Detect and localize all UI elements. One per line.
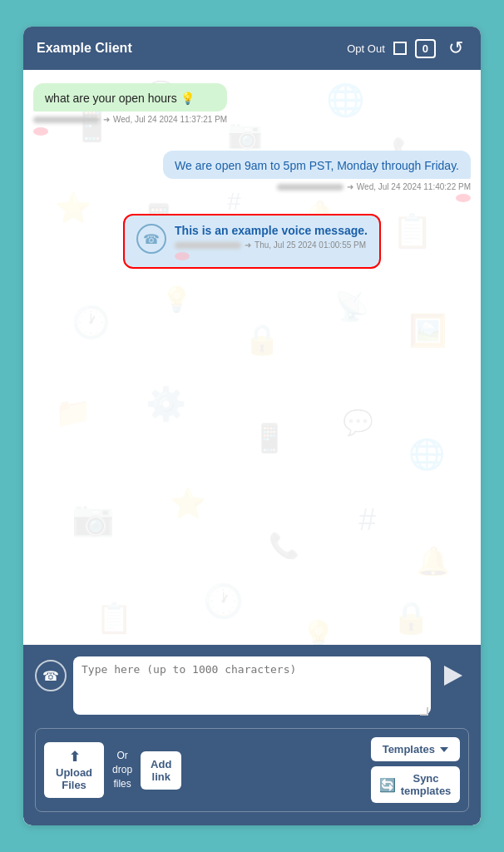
upload-files-button[interactable]: ⬆ UploadFiles [44,742,104,798]
msg-text-2: We are open 9am to 5pm PST, Monday throu… [175,159,459,172]
svg-text:📱: 📱 [252,421,287,455]
chat-window: Example Client Opt Out 0 ↺ 📱 💬 📷 🌐 📞 ⭐ [23,27,481,825]
or-drop-text: Ordropfiles [112,749,132,790]
bubble-incoming-1: what are your open hours 💡 [33,83,227,111]
message-outgoing-2: We are open 9am to 5pm PST, Monday throu… [163,151,471,202]
msg-sender-blurred-2 [277,184,343,191]
sync-templates-button[interactable]: 🔄 Synctemplates [371,766,460,803]
message-count-badge: 0 [415,39,436,58]
svg-text:💡: 💡 [301,618,336,645]
voice-icon: ☎ [136,224,166,254]
text-input-wrap [73,656,431,718]
refresh-icon[interactable]: ↺ [444,37,467,60]
svg-text:💡: 💡 [161,285,192,315]
svg-text:⚙️: ⚙️ [146,384,187,424]
delivered-icon-1 [33,127,48,136]
chat-footer: ☎ ⬆ UploadFiles Ordropfiles Addlink [23,645,481,825]
msg-arrow-2: ➜ [347,182,353,191]
svg-text:📋: 📋 [96,601,133,636]
svg-text:🕐: 🕐 [203,582,245,621]
upload-icon: ⬆ [69,749,80,765]
svg-text:🕐: 🕐 [72,304,111,341]
upload-label: UploadFiles [56,766,92,791]
outer-container: Example Client Opt Out 0 ↺ 📱 💬 📷 🌐 📞 ⭐ [15,18,489,834]
msg-sender-blurred-1 [33,116,100,123]
svg-text:🔒: 🔒 [392,599,431,637]
bubble-outgoing-2: We are open 9am to 5pm PST, Monday throu… [163,151,471,179]
svg-text:📡: 📡 [334,290,369,324]
action-row: ⬆ UploadFiles Ordropfiles Addlink Templa… [35,728,469,812]
header-right: Opt Out 0 ↺ [347,37,467,60]
msg-timestamp-1: Wed, Jul 24 2024 11:37:21 PM [113,115,227,124]
templates-column: Templates 🔄 Synctemplates [371,737,460,803]
msg-text-1: what are your open hours 💡 [45,92,195,105]
svg-text:💬: 💬 [343,408,373,438]
opt-out-checkbox[interactable] [393,42,407,55]
message-voice-3: ☎ This is an example voice message. ➜ Th… [123,214,381,269]
msg-meta-1: ➜ Wed, Jul 24 2024 11:37:21 PM [33,115,227,124]
send-arrow-icon [444,666,462,686]
msg-arrow-3: ➜ [245,240,251,250]
svg-text:⭐: ⭐ [170,486,207,521]
svg-text:🔔: 🔔 [416,544,451,578]
msg-arrow-1: ➜ [103,115,110,124]
svg-text:📷: 📷 [72,498,115,539]
msg-timestamp-2: Wed, Jul 24 2024 11:40:22 PM [357,182,471,191]
templates-button[interactable]: Templates [371,737,460,761]
bubble-voice-3: ☎ This is an example voice message. ➜ Th… [123,214,381,269]
message-incoming-1: what are your open hours 💡 ➜ Wed, Jul 24… [33,83,227,139]
msg-sender-blurred-3 [175,242,241,249]
send-button[interactable] [437,660,469,691]
chevron-down-icon [440,747,448,752]
sync-icon: 🔄 [379,777,396,793]
resize-handle [420,707,428,716]
msg-meta-2: ➜ Wed, Jul 24 2024 11:40:22 PM [163,182,471,191]
delivered-icon-3 [175,252,190,260]
voice-call-button[interactable]: ☎ [35,660,67,691]
svg-text:📞: 📞 [269,531,299,561]
chat-body: 📱 💬 📷 🌐 📞 ⭐ 📲 # 🔔 📋 🕐 💡 🔒 📡 🖼️ 📁 [23,70,481,645]
voice-content: This is an example voice message. ➜ Thu,… [175,224,368,260]
chat-title: Example Client [37,41,132,56]
svg-text:🔒: 🔒 [244,322,281,357]
svg-text:📁: 📁 [55,395,92,430]
message-input[interactable] [73,656,431,715]
svg-text:#: # [358,502,376,537]
sync-label: Synctemplates [401,772,452,797]
input-row: ☎ [35,656,469,718]
voice-msg-text: This is an example voice message. [175,224,368,237]
messages-list: what are your open hours 💡 ➜ Wed, Jul 24… [33,83,471,269]
delivered-icon-2 [456,194,471,202]
msg-timestamp-3: Thu, Jul 25 2024 01:00:55 PM [254,240,366,250]
svg-text:🌐: 🌐 [408,437,446,472]
chat-header: Example Client Opt Out 0 ↺ [23,27,481,70]
msg-meta-3: ➜ Thu, Jul 25 2024 01:00:55 PM [175,240,368,250]
svg-text:🖼️: 🖼️ [408,312,447,349]
add-link-button[interactable]: Addlink [141,751,181,790]
opt-out-label: Opt Out [347,42,385,55]
templates-label: Templates [383,743,435,755]
